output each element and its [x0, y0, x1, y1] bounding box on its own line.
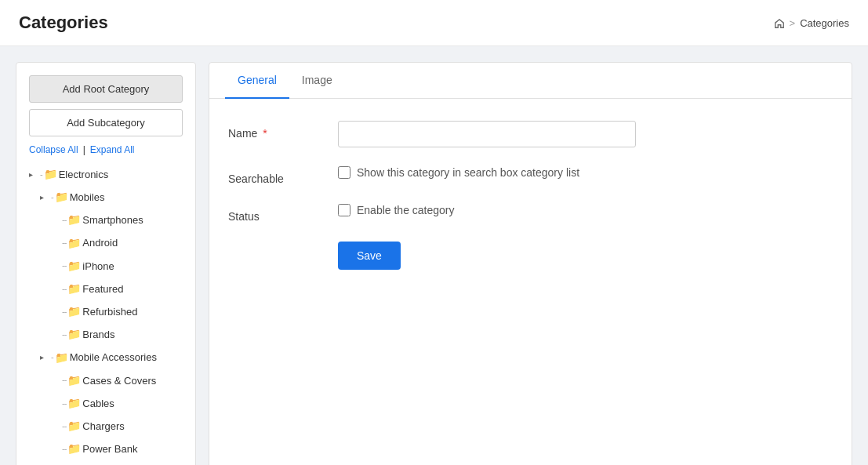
breadcrumb-separator: >: [790, 17, 796, 29]
status-label: Status: [228, 204, 338, 223]
searchable-checkbox-label: Show this category in search box categor…: [357, 166, 579, 179]
tree-label-android: Android: [82, 234, 118, 252]
save-label-spacer: [228, 242, 338, 248]
form-content: Name * Searchable Show this category in …: [209, 99, 852, 311]
tree-item-mobiles[interactable]: ▸ - 📁 Mobiles: [40, 186, 183, 209]
add-subcategory-button[interactable]: Add Subcategory: [29, 109, 183, 136]
status-field-wrapper: Enable the category: [338, 204, 833, 216]
breadcrumb-current: Categories: [800, 17, 849, 29]
folder-icon-powerbank: 📁: [67, 439, 81, 459]
tree-item-featured[interactable]: -- 📁 Featured: [62, 278, 183, 300]
tree-item-android[interactable]: -- 📁 Android: [62, 232, 183, 255]
dash-powerbank: --: [62, 441, 66, 457]
folder-icon-chargers: 📁: [67, 416, 81, 436]
dash-cables: --: [62, 396, 66, 412]
tree-item-iphone[interactable]: -- 📁 iPhone: [62, 255, 183, 278]
folder-icon-accessories: 📁: [55, 348, 68, 368]
add-root-category-button[interactable]: Add Root Category: [29, 75, 183, 103]
dash-mobiles: -: [51, 190, 53, 205]
expand-icon-electronics: ▸: [29, 168, 38, 182]
collapse-expand-row: Collapse All | Expand All: [29, 144, 183, 155]
dash-refurbished: --: [62, 304, 66, 320]
tree-item-cables[interactable]: -- 📁 Cables: [62, 392, 183, 415]
collapse-all-link[interactable]: Collapse All: [29, 144, 78, 155]
folder-icon-electronics: 📁: [44, 165, 57, 184]
expand-all-link[interactable]: Expand All: [90, 144, 135, 155]
status-checkbox-row: Enable the category: [338, 204, 833, 216]
category-tree: ▸ - 📁 Electronics ▸ - 📁 Mobiles: [29, 163, 183, 465]
tree-item-cases[interactable]: -- 📁 Cases & Covers: [62, 369, 183, 392]
folder-icon-cables: 📁: [67, 394, 81, 413]
dash-cases: --: [62, 372, 66, 388]
dash-accessories: -: [51, 350, 53, 365]
save-button-wrapper: Save: [338, 242, 833, 270]
searchable-checkbox[interactable]: [338, 166, 350, 179]
name-label: Name *: [228, 121, 338, 140]
dash-iphone: --: [62, 258, 66, 274]
mobiles-children: -- 📁 Smartphones -- 📁 Android --: [40, 209, 183, 346]
tab-general[interactable]: General: [225, 63, 289, 99]
tree-label-featured: Featured: [82, 280, 123, 298]
accessories-children: -- 📁 Cases & Covers -- 📁 Cables --: [40, 369, 183, 465]
name-required-marker: *: [263, 127, 267, 140]
tree-label-smartphones: Smartphones: [82, 211, 143, 229]
tree-item-mobile-accessories[interactable]: ▸ - 📁 Mobile Accessories: [40, 347, 183, 369]
tree-node-electronics: ▸ - 📁 Electronics ▸ - 📁 Mobiles: [29, 163, 183, 465]
searchable-label: Searchable: [228, 166, 338, 185]
breadcrumb-home-icon: [774, 16, 785, 29]
tree-label-brands: Brands: [82, 325, 114, 343]
folder-icon-iphone: 📁: [67, 256, 81, 276]
tree-item-smartphones[interactable]: -- 📁 Smartphones: [62, 209, 183, 231]
searchable-checkbox-row: Show this category in search box categor…: [338, 166, 833, 179]
folder-icon-smartphones: 📁: [67, 210, 81, 230]
status-checkbox[interactable]: [338, 204, 350, 216]
electronics-children: ▸ - 📁 Mobiles -- 📁 Smartphones: [29, 186, 183, 465]
tree-item-electronics[interactable]: ▸ - 📁 Electronics: [29, 163, 183, 186]
tree-label-accessories: Mobile Accessories: [70, 348, 157, 366]
tree-label-electronics: Electronics: [59, 165, 109, 183]
tabs-bar: General Image: [209, 63, 852, 99]
right-panel: General Image Name * Searchable: [209, 62, 852, 465]
expand-icon-accessories: ▸: [40, 351, 49, 365]
form-row-save: Save: [228, 242, 833, 270]
tree-label-cables: Cables: [82, 394, 114, 412]
form-row-status: Status Enable the category: [228, 204, 833, 223]
dash-smartphones: --: [62, 213, 66, 228]
tree-label-powerbank: Power Bank: [82, 440, 137, 458]
tree-node-mobiles: ▸ - 📁 Mobiles -- 📁 Smartphones: [40, 186, 183, 346]
page-title: Categories: [19, 13, 108, 33]
status-checkbox-label: Enable the category: [357, 204, 455, 216]
left-panel: Add Root Category Add Subcategory Collap…: [16, 62, 196, 465]
breadcrumb: > Categories: [774, 16, 849, 29]
form-row-name: Name *: [228, 121, 833, 147]
name-input[interactable]: [338, 121, 636, 147]
dash-brands: --: [62, 327, 66, 343]
expand-icon-mobiles: ▸: [40, 191, 49, 205]
tree-label-cases: Cases & Covers: [82, 372, 156, 390]
folder-icon-brands: 📁: [67, 325, 81, 344]
tree-label-chargers: Chargers: [82, 417, 124, 435]
folder-icon-refurbished: 📁: [67, 302, 81, 322]
tree-item-brands[interactable]: -- 📁 Brands: [62, 323, 183, 346]
tree-label-iphone: iPhone: [82, 257, 114, 275]
form-row-searchable: Searchable Show this category in search …: [228, 166, 833, 185]
tree-label-refurbished: Refurbished: [82, 303, 137, 321]
dash-electronics: -: [40, 167, 42, 183]
folder-icon-mobiles: 📁: [55, 187, 68, 207]
save-button[interactable]: Save: [338, 242, 401, 270]
dash-featured: --: [62, 282, 66, 297]
dash-android: --: [62, 235, 66, 251]
tree-node-mobile-accessories: ▸ - 📁 Mobile Accessories -- 📁 Cases & Co…: [40, 347, 183, 466]
page-header: Categories > Categories: [0, 0, 868, 46]
tab-image[interactable]: Image: [289, 63, 345, 99]
tree-item-powerbank[interactable]: -- 📁 Power Bank: [62, 438, 183, 460]
tree-item-refurbished[interactable]: -- 📁 Refurbished: [62, 300, 183, 323]
dash-chargers: --: [62, 419, 66, 434]
name-field-wrapper: [338, 121, 833, 147]
folder-icon-cases: 📁: [67, 371, 81, 391]
searchable-field-wrapper: Show this category in search box categor…: [338, 166, 833, 179]
folder-icon-headphones: 📁: [67, 462, 81, 465]
tree-item-chargers[interactable]: -- 📁 Chargers: [62, 415, 183, 438]
folder-icon-android: 📁: [67, 234, 81, 253]
tree-item-headphones[interactable]: -- 📁 Headphones: [62, 460, 183, 465]
